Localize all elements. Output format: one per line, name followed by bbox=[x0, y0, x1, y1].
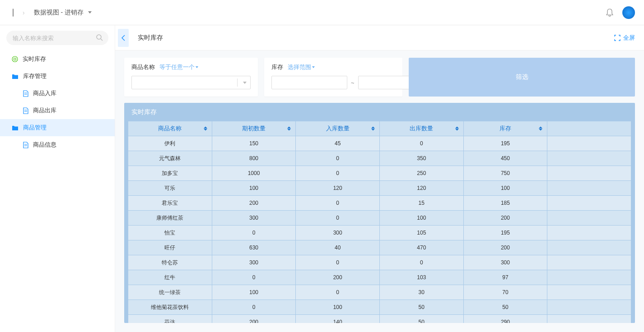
filter-product-hint[interactable]: 等于任意一个 bbox=[159, 63, 198, 71]
table-cell: 195 bbox=[464, 136, 547, 151]
sidebar-item-label: 库存管理 bbox=[23, 72, 47, 80]
chevron-down-icon bbox=[312, 66, 315, 68]
table-row[interactable]: 康师傅红茶3000100200 bbox=[128, 211, 631, 225]
column-label: 商品名称 bbox=[158, 125, 182, 132]
content-header-left: 实时库存 bbox=[118, 29, 163, 47]
table-cell: 100 bbox=[464, 181, 547, 195]
table-row[interactable]: 元气森林8000350450 bbox=[128, 151, 631, 166]
content-title: 实时库存 bbox=[138, 34, 163, 42]
table-cell: 50 bbox=[464, 300, 547, 314]
table-cell: 120 bbox=[380, 181, 463, 195]
sort-icon bbox=[287, 127, 291, 131]
table-cell: 200 bbox=[296, 270, 379, 285]
sidebar-item[interactable]: 商品信息 bbox=[0, 136, 115, 153]
fullscreen-icon bbox=[614, 35, 621, 41]
folder-icon bbox=[12, 74, 19, 79]
table-cell-empty bbox=[547, 211, 631, 225]
table-cell: 维他菊花茶饮料 bbox=[128, 300, 212, 314]
table-row[interactable]: 维他菊花茶饮料01005050 bbox=[128, 300, 631, 314]
back-button[interactable] bbox=[118, 29, 129, 47]
sidebar-item[interactable]: 商品管理 bbox=[0, 119, 115, 136]
table-cell: 加多宝 bbox=[128, 166, 212, 180]
table-cell-empty bbox=[547, 300, 631, 314]
table-panel: 实时库存 商品名称期初数量入库数量出库数量库存 伊利150450195元气森林8… bbox=[124, 103, 635, 323]
table-cell: 特仑苏 bbox=[128, 255, 212, 270]
app-icon[interactable] bbox=[13, 9, 14, 16]
column-header[interactable]: 入库数量 bbox=[296, 121, 379, 136]
table-row[interactable]: 芬达20014050290 bbox=[128, 315, 631, 323]
column-header[interactable]: 库存 bbox=[464, 121, 547, 136]
table-row[interactable]: 君乐宝200015185 bbox=[128, 196, 631, 210]
sidebar-item[interactable]: 商品入库 bbox=[0, 85, 115, 102]
table-cell: 康师傅红茶 bbox=[128, 211, 212, 225]
table-cell-empty bbox=[547, 136, 631, 151]
stock-range-min[interactable] bbox=[271, 76, 347, 89]
table-row[interactable]: 红牛020010397 bbox=[128, 270, 631, 285]
svg-point-2 bbox=[12, 56, 18, 62]
sidebar-item[interactable]: 商品出库 bbox=[0, 102, 115, 119]
table-row[interactable]: 旺仔63040470200 bbox=[128, 240, 631, 255]
avatar[interactable] bbox=[622, 6, 635, 19]
table-scroll[interactable]: 商品名称期初数量入库数量出库数量库存 伊利150450195元气森林800035… bbox=[124, 121, 635, 323]
filter-button[interactable]: 筛选 bbox=[409, 58, 635, 97]
sidebar-item-label: 商品管理 bbox=[23, 124, 47, 132]
filter-button-label: 筛选 bbox=[516, 73, 528, 81]
table-cell: 伊利 bbox=[128, 136, 212, 151]
sidebar-tree: 实时库存库存管理商品入库商品出库商品管理商品信息 bbox=[0, 51, 115, 153]
table-cell-empty bbox=[547, 196, 631, 210]
table-cell: 300 bbox=[296, 226, 379, 240]
table-row[interactable]: 怡宝0300105195 bbox=[128, 226, 631, 240]
search-icon bbox=[96, 34, 103, 41]
bell-icon[interactable] bbox=[606, 9, 613, 17]
table-cell-empty bbox=[547, 270, 631, 285]
range-separator: ~ bbox=[351, 79, 355, 86]
sidebar-item[interactable]: 实时库存 bbox=[0, 51, 115, 68]
table-cell: 200 bbox=[464, 240, 547, 255]
sort-icon bbox=[539, 127, 542, 131]
table-row[interactable]: 统一绿茶10003070 bbox=[128, 285, 631, 300]
filter-product-select[interactable] bbox=[131, 76, 251, 89]
column-label: 出库数量 bbox=[410, 125, 433, 132]
table-cell: 470 bbox=[380, 240, 463, 255]
table-row[interactable]: 特仑苏30000300 bbox=[128, 255, 631, 270]
table-cell-empty bbox=[547, 151, 631, 166]
search-input[interactable] bbox=[6, 31, 108, 45]
table-cell: 750 bbox=[464, 166, 547, 180]
table-cell: 30 bbox=[380, 285, 463, 300]
table-cell: 君乐宝 bbox=[128, 196, 212, 210]
filter-stock: 库存 选择范围 ~ bbox=[264, 58, 402, 97]
table-cell: 300 bbox=[212, 211, 296, 225]
fullscreen-button[interactable]: 全屏 bbox=[614, 34, 635, 42]
column-header[interactable]: 出库数量 bbox=[380, 121, 463, 136]
table-row[interactable]: 可乐100120120100 bbox=[128, 181, 631, 195]
sidebar-item[interactable]: 库存管理 bbox=[0, 68, 115, 85]
table-cell: 70 bbox=[464, 285, 547, 300]
column-header[interactable]: 期初数量 bbox=[212, 121, 296, 136]
table-cell: 0 bbox=[296, 255, 379, 270]
table-row[interactable]: 伊利150450195 bbox=[128, 136, 631, 151]
table-cell: 300 bbox=[212, 255, 296, 270]
table-cell: 0 bbox=[212, 300, 296, 314]
table-cell: 0 bbox=[212, 270, 296, 285]
header-right bbox=[606, 6, 635, 19]
main-content: 实时库存 全屏 商品名称 等于任意一个 bbox=[115, 25, 644, 332]
chevron-down-icon bbox=[88, 11, 92, 14]
table-cell-empty bbox=[547, 166, 631, 180]
table-cell: 150 bbox=[212, 136, 296, 151]
table-cell: 50 bbox=[380, 315, 463, 323]
filter-stock-hint[interactable]: 选择范围 bbox=[288, 63, 315, 71]
table-cell: 350 bbox=[380, 151, 463, 166]
table-row[interactable]: 加多宝10000250750 bbox=[128, 166, 631, 180]
table-cell: 1000 bbox=[212, 166, 296, 180]
column-header[interactable]: 商品名称 bbox=[128, 121, 212, 136]
column-header-empty bbox=[547, 121, 631, 136]
table-cell: 140 bbox=[296, 315, 379, 323]
breadcrumb-title[interactable]: 数据视图 - 进销存 bbox=[34, 9, 92, 17]
table-cell: 105 bbox=[380, 226, 463, 240]
sidebar-item-label: 商品入库 bbox=[33, 89, 56, 97]
header-bar: › 数据视图 - 进销存 bbox=[0, 0, 644, 25]
table-cell: 芬达 bbox=[128, 315, 212, 323]
table-cell: 可乐 bbox=[128, 181, 212, 195]
table-cell: 0 bbox=[380, 255, 463, 270]
search-wrap bbox=[0, 31, 115, 51]
